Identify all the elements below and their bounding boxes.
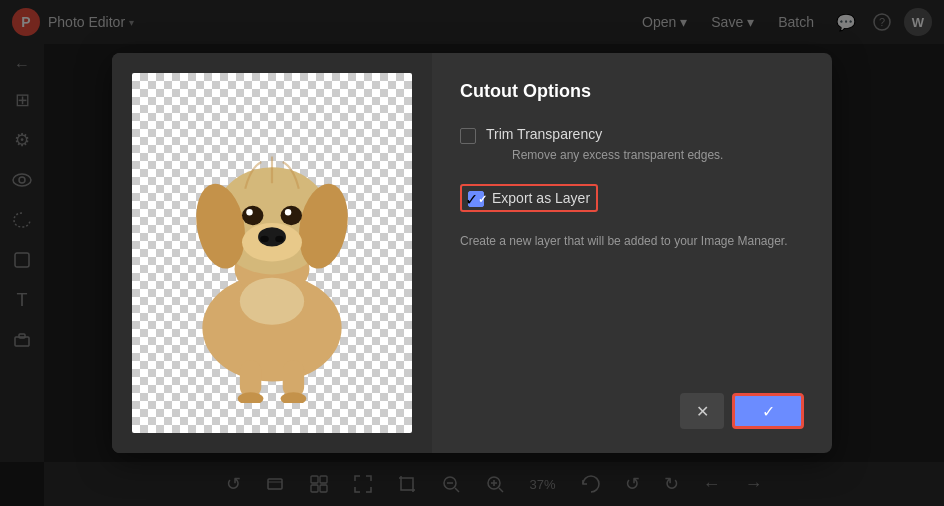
trim-transparency-checkbox[interactable]	[460, 128, 476, 144]
svg-point-37	[240, 278, 304, 325]
trim-transparency-option: Trim Transparency Remove any excess tran…	[460, 126, 804, 164]
export-as-layer-label: Export as Layer	[492, 190, 590, 206]
svg-point-25	[242, 206, 263, 225]
svg-point-31	[260, 236, 269, 242]
export-as-layer-desc: Create a new layer that will be added to…	[460, 232, 804, 250]
confirm-button[interactable]: ✓	[732, 393, 804, 429]
dialog-options-panel: Cutout Options Trim Transparency Remove …	[432, 53, 832, 453]
dialog-overlay: Cutout Options Trim Transparency Remove …	[0, 0, 944, 506]
dialog-title: Cutout Options	[460, 81, 804, 102]
svg-point-28	[285, 209, 291, 215]
svg-point-36	[281, 392, 307, 403]
dialog-footer: ✕ ✓	[460, 393, 804, 429]
trim-transparency-desc: Remove any excess transparent edges.	[512, 146, 723, 164]
trim-transparency-content: Trim Transparency Remove any excess tran…	[486, 126, 723, 164]
export-as-layer-highlight: ✓ Export as Layer	[460, 184, 598, 212]
svg-point-27	[246, 209, 252, 215]
svg-rect-34	[283, 360, 304, 398]
svg-point-26	[281, 206, 302, 225]
svg-point-32	[275, 236, 284, 242]
dog-cutout-image	[132, 73, 412, 433]
dialog-image-panel	[112, 53, 432, 453]
svg-point-35	[238, 392, 264, 403]
export-as-layer-checkbox[interactable]: ✓	[468, 191, 484, 207]
cutout-options-dialog: Cutout Options Trim Transparency Remove …	[112, 53, 832, 453]
svg-rect-33	[240, 360, 261, 398]
image-preview	[132, 73, 412, 433]
cancel-button[interactable]: ✕	[680, 393, 724, 429]
export-as-layer-option: ✓ Export as Layer	[460, 184, 804, 212]
trim-transparency-label: Trim Transparency	[486, 126, 723, 142]
